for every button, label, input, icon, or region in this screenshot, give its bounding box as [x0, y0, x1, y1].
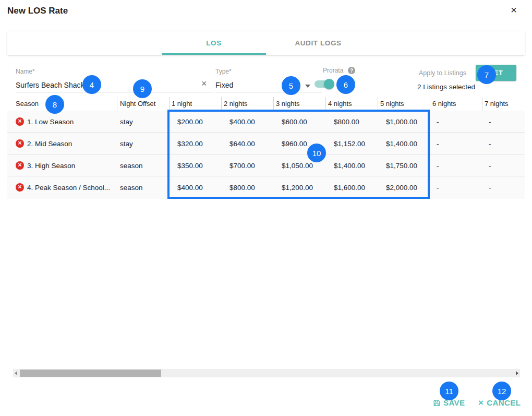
delete-row-icon[interactable]: × [16, 139, 24, 148]
prorata-toggle[interactable] [315, 80, 333, 88]
name-underline [16, 92, 213, 92]
price-cell[interactable]: $800.00 [334, 118, 359, 126]
delete-row-icon[interactable]: × [16, 161, 24, 170]
price-cell[interactable]: $1,400.00 [386, 140, 417, 148]
season-name: 4. Peak Season / School... [27, 184, 110, 192]
col-header-7-nights: 7 nights [485, 100, 509, 108]
header-divider [378, 97, 378, 111]
season-name: 2. Mid Season [27, 140, 72, 148]
price-cell[interactable]: - [437, 184, 439, 192]
price-cell[interactable]: - [489, 140, 491, 148]
col-header-season: Season [16, 100, 39, 108]
header-divider [430, 97, 430, 111]
header-divider [273, 97, 274, 111]
annotation-circle-5: 5 [282, 76, 300, 95]
night-offset-cell[interactable]: stay [120, 118, 133, 126]
name-input[interactable]: Surfers Beach Shacks [16, 81, 88, 89]
scrollbar-thumb[interactable] [20, 370, 161, 377]
price-cell[interactable]: $2,000.00 [386, 184, 417, 192]
price-cell[interactable]: $320.00 [177, 140, 203, 148]
annotation-circle-12: 12 [492, 382, 511, 400]
price-cell[interactable]: $1,600.00 [334, 184, 365, 192]
col-header-2-nights: 2 nights [224, 100, 248, 108]
name-label: Name* [16, 68, 35, 75]
night-offset-cell[interactable]: stay [120, 140, 133, 148]
prorata-label: Prorata [323, 67, 343, 74]
type-label: Type* [215, 68, 232, 75]
price-cell[interactable]: $1,152.00 [334, 140, 365, 148]
price-cell[interactable]: $1,050.00 [282, 162, 313, 170]
price-cell[interactable]: $400.00 [229, 118, 255, 126]
annotation-circle-4: 4 [82, 75, 101, 94]
night-offset-cell[interactable]: season [120, 184, 143, 192]
table-row: × 3. High Season season $350.00 $700.00 … [7, 154, 525, 176]
price-cell[interactable]: - [437, 162, 439, 170]
apply-to-listings-label: Apply to Listings [419, 69, 466, 77]
tab-audit-logs[interactable]: AUDIT LOGS [266, 31, 370, 55]
type-select[interactable]: Fixed [215, 81, 233, 89]
season-name: 1. Low Season [27, 118, 74, 126]
scroll-left-arrow-icon[interactable] [15, 371, 17, 375]
price-cell[interactable]: $700.00 [229, 162, 255, 170]
price-cell[interactable]: $1,200.00 [282, 184, 313, 192]
price-cell[interactable]: - [437, 140, 439, 148]
toggle-knob [324, 79, 334, 89]
chevron-down-icon[interactable] [305, 85, 310, 88]
season-name: 3. High Season [27, 162, 75, 170]
price-cell[interactable]: $800.00 [229, 184, 255, 192]
annotation-circle-10: 10 [307, 144, 326, 162]
price-cell[interactable]: $1,750.00 [386, 162, 417, 170]
annotation-circle-6: 6 [336, 75, 355, 94]
price-cell[interactable]: $350.00 [177, 162, 203, 170]
annotation-circle-9: 9 [133, 79, 152, 98]
col-header-4-nights: 4 nights [328, 100, 352, 108]
delete-row-icon[interactable]: × [16, 183, 24, 192]
header-divider [221, 97, 222, 111]
header-divider [117, 97, 117, 111]
price-cell[interactable]: $960.00 [282, 140, 307, 148]
price-cell[interactable]: - [489, 118, 491, 126]
scroll-right-arrow-icon[interactable] [516, 371, 518, 375]
close-icon[interactable]: × [511, 4, 517, 15]
header-divider [325, 97, 326, 111]
help-icon[interactable]: ? [348, 67, 355, 74]
night-offset-cell[interactable]: season [120, 162, 143, 170]
tab-bar: LOS AUDIT LOGS [7, 31, 525, 55]
type-underline [215, 92, 322, 92]
price-cell[interactable]: - [489, 162, 491, 170]
table-row: × 4. Peak Season / School... season $400… [7, 176, 525, 198]
listings-selected-text: 2 Listings selected [417, 83, 475, 91]
table-row: × 1. Low Season stay $200.00 $400.00 $60… [7, 111, 525, 133]
price-cell[interactable]: $1,400.00 [334, 162, 365, 170]
tab-los[interactable]: LOS [162, 31, 266, 55]
clear-type-icon[interactable]: × [201, 78, 207, 89]
col-header-3-nights: 3 nights [276, 100, 300, 108]
annotation-circle-11: 11 [440, 382, 458, 400]
active-tab-underline [162, 53, 266, 55]
table-row: × 2. Mid Season stay $320.00 $640.00 $96… [7, 133, 525, 154]
price-cell[interactable]: $600.00 [282, 118, 307, 126]
horizontal-scrollbar[interactable] [13, 369, 520, 377]
col-header-night-offset: Night Offset [120, 100, 155, 108]
header-divider [169, 97, 170, 111]
cancel-x-icon: × [478, 398, 483, 407]
col-header-5-nights: 5 nights [380, 100, 404, 108]
col-header-6-nights: 6 nights [432, 100, 456, 108]
col-header-1-night: 1 night [172, 100, 192, 108]
price-cell[interactable]: $640.00 [229, 140, 255, 148]
header-divider [482, 97, 482, 111]
page-title: New LOS Rate [7, 6, 68, 16]
price-cell[interactable]: $200.00 [177, 118, 203, 126]
price-cell[interactable]: $1,000.00 [386, 118, 417, 126]
price-cell[interactable]: $400.00 [177, 184, 203, 192]
annotation-circle-8: 8 [45, 95, 64, 114]
save-disk-icon [433, 399, 440, 407]
price-cell[interactable]: - [437, 118, 439, 126]
price-cell[interactable]: - [489, 184, 491, 192]
delete-row-icon[interactable]: × [16, 117, 24, 126]
annotation-circle-7: 7 [477, 65, 496, 84]
